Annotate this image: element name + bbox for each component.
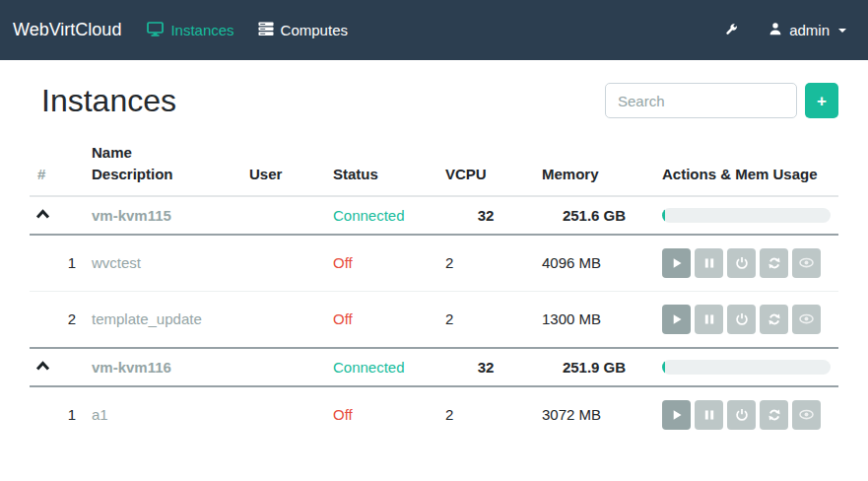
- nav-item-instances[interactable]: Instances: [147, 22, 234, 39]
- host-vcpu: 32: [437, 348, 534, 386]
- eye-button[interactable]: [792, 248, 821, 278]
- mem-usage-bar: [662, 360, 831, 375]
- header-memory: Memory: [534, 136, 654, 196]
- play-button[interactable]: [662, 248, 691, 278]
- pause-button[interactable]: [695, 305, 723, 334]
- instance-link[interactable]: wvctest: [92, 254, 141, 271]
- mem-usage-fill: [662, 208, 665, 223]
- host-status: Connected: [325, 196, 437, 235]
- play-icon: [670, 256, 684, 270]
- guest-vcpu: 2: [437, 386, 534, 443]
- host-memory: 251.6 GB: [534, 196, 654, 235]
- host-user-cell: [241, 196, 325, 235]
- guest-memory: 3072 MB: [534, 386, 654, 443]
- header-user: User: [241, 136, 325, 196]
- header-status: Status: [325, 136, 437, 196]
- table-header: # Name Description User Status VCPU Memo…: [30, 136, 838, 196]
- guest-index: 1: [30, 386, 84, 443]
- nav-item-computes[interactable]: Computes: [258, 22, 348, 39]
- header-vcpu: VCPU: [437, 136, 534, 196]
- eye-icon: [799, 256, 814, 269]
- eye-button[interactable]: [792, 305, 821, 334]
- wrench-icon[interactable]: [722, 22, 739, 38]
- guest-vcpu: 2: [437, 291, 534, 348]
- refresh-button[interactable]: [760, 400, 788, 430]
- power-icon: [735, 408, 749, 422]
- host-status: Connected: [325, 348, 437, 386]
- header-actions: Actions & Mem Usage: [654, 136, 838, 196]
- user-icon: [768, 22, 782, 38]
- play-icon: [670, 312, 684, 326]
- table-row-guest: 1 a1 Off 2 3072 MB: [30, 386, 838, 443]
- host-memory: 251.9 GB: [534, 348, 654, 386]
- host-link[interactable]: vm-kvm116: [92, 359, 171, 376]
- brand[interactable]: WebVirtCloud: [13, 20, 121, 40]
- header-name-description: Name Description: [84, 136, 241, 196]
- server-icon: [258, 22, 274, 39]
- page-header: Instances +: [30, 81, 838, 120]
- instances-table: # Name Description User Status VCPU Memo…: [30, 136, 838, 443]
- host-actions-cell: [654, 196, 838, 235]
- search-input[interactable]: [605, 83, 797, 118]
- host-collapse-cell: [30, 196, 84, 235]
- guest-status: Off: [325, 386, 437, 443]
- guest-memory: 1300 MB: [534, 291, 654, 348]
- nav-right: admin: [722, 22, 846, 38]
- instance-link[interactable]: a1: [92, 406, 108, 423]
- pause-icon: [702, 312, 716, 326]
- desktop-icon: [147, 22, 164, 39]
- refresh-button[interactable]: [760, 305, 788, 334]
- pause-button[interactable]: [695, 248, 723, 278]
- guest-index: 2: [30, 291, 84, 348]
- refresh-icon: [768, 408, 781, 422]
- guest-name-cell: template_update: [84, 291, 241, 348]
- mem-usage-fill: [662, 360, 665, 375]
- play-button[interactable]: [662, 305, 691, 334]
- instance-link[interactable]: template_update: [92, 310, 202, 327]
- host-name-cell: vm-kvm115: [84, 196, 241, 235]
- actions-cell: [654, 235, 838, 292]
- header-index: #: [30, 136, 84, 196]
- power-button[interactable]: [727, 400, 756, 430]
- table-row-host: vm-kvm115 Connected 32 251.6 GB: [30, 196, 838, 235]
- play-icon: [670, 408, 684, 422]
- guest-vcpu: 2: [437, 235, 534, 292]
- mem-usage-bar: [662, 208, 831, 223]
- host-link[interactable]: vm-kvm115: [92, 207, 171, 224]
- guest-memory: 4096 MB: [534, 235, 654, 292]
- instances-table-body: vm-kvm115 Connected 32 251.6 GB 1 wvctes…: [30, 196, 838, 443]
- host-vcpu: 32: [437, 196, 534, 235]
- chevron-up-icon[interactable]: [35, 360, 50, 373]
- power-button[interactable]: [727, 248, 756, 278]
- pause-button[interactable]: [695, 400, 723, 430]
- page-title: Instances: [41, 83, 176, 119]
- add-instance-button[interactable]: +: [805, 83, 838, 118]
- table-row-guest: 2 template_update Off 2 1300 MB: [30, 291, 838, 348]
- eye-icon: [799, 408, 814, 421]
- refresh-icon: [768, 256, 781, 270]
- table-row-guest: 1 wvctest Off 2 4096 MB: [30, 235, 838, 292]
- guest-status: Off: [325, 291, 437, 348]
- actions-cell: [654, 291, 838, 348]
- guest-status: Off: [325, 235, 437, 292]
- table-row-host: vm-kvm116 Connected 32 251.9 GB: [30, 348, 838, 386]
- power-button[interactable]: [727, 305, 756, 334]
- main-content: Instances + # Name Description User Stat…: [0, 81, 868, 443]
- search-group: +: [605, 83, 838, 118]
- eye-icon: [799, 312, 814, 325]
- host-actions-cell: [654, 348, 838, 386]
- actions-cell: [654, 386, 838, 443]
- eye-button[interactable]: [792, 400, 821, 430]
- chevron-up-icon[interactable]: [35, 208, 50, 221]
- play-button[interactable]: [662, 400, 691, 430]
- power-icon: [735, 256, 749, 270]
- guest-user-cell: [241, 291, 325, 348]
- guest-index: 1: [30, 235, 84, 292]
- nav-items: Instances Computes: [147, 22, 348, 39]
- pause-icon: [702, 256, 716, 270]
- refresh-button[interactable]: [760, 248, 788, 278]
- user-menu[interactable]: admin: [768, 22, 846, 38]
- chevron-down-icon: [838, 29, 846, 33]
- guest-name-cell: wvctest: [84, 235, 241, 292]
- host-collapse-cell: [30, 348, 84, 386]
